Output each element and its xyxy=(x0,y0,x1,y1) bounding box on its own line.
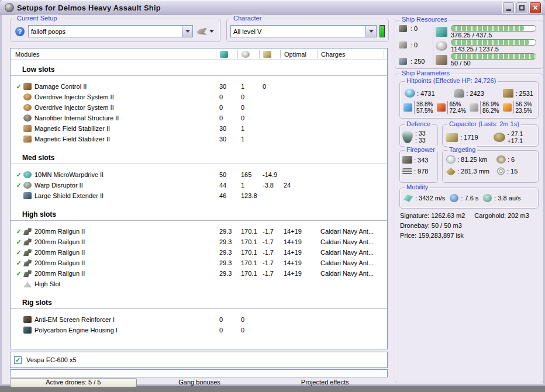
module-row[interactable]: Magnetic Field Stabilizer II301 xyxy=(11,123,387,134)
capacitor-amount-value: : 1719 xyxy=(460,134,478,141)
module-row[interactable]: Anti-EM Screen Reinforcer I00 xyxy=(11,314,387,325)
charge-value: Caldari Navy Ant... xyxy=(317,249,384,256)
module-row[interactable]: ✓200mm Railgun II29.3170.1-1.714+19Calda… xyxy=(11,247,387,258)
cpu-value: 0 xyxy=(216,316,237,323)
setup-select[interactable]: falloff poops xyxy=(28,25,193,37)
resist-stat: 65%72.4% xyxy=(437,101,470,114)
magstab-icon xyxy=(23,125,32,132)
resource-bar xyxy=(451,53,536,60)
resource-bar-row: 1143.25 / 1237.5 xyxy=(436,39,540,53)
tab-active-drones-5-5[interactable]: Active drones: 5 / 5 xyxy=(10,378,137,387)
empty-slot-icon xyxy=(23,280,32,287)
close-icon: × xyxy=(533,4,537,12)
resource-bar xyxy=(451,25,536,32)
module-row[interactable]: ✓200mm Railgun II29.3170.1-1.714+19Calda… xyxy=(11,226,387,237)
module-row[interactable]: ✓Damage Control II3010 xyxy=(11,81,387,92)
resource-bar-fill xyxy=(451,54,536,59)
max-targets-value: : 6 xyxy=(508,156,515,163)
module-row[interactable]: Overdrive Injector System II00 xyxy=(11,92,387,102)
minimize-button[interactable] xyxy=(502,2,515,14)
help-icon[interactable]: ? xyxy=(15,27,25,36)
powergrid-value: 0 xyxy=(237,327,259,334)
character-select[interactable]: All level V xyxy=(230,25,377,37)
cpu-value: 29.3 xyxy=(216,249,237,256)
module-name: 200mm Railgun II xyxy=(32,228,216,235)
resource-bar-block: 1143.25 / 1237.5 xyxy=(451,39,536,53)
maximize-button[interactable] xyxy=(516,2,528,14)
title-bar[interactable]: Setups for Deimos Heavy Assault Ship × xyxy=(0,0,545,15)
module-name: Overdrive Injector System II xyxy=(32,104,216,111)
speed-value: : 3432 m/s xyxy=(415,195,445,202)
fitted-check-icon: ✓ xyxy=(11,270,23,277)
signature-value: Signature: 1262.63 m2 xyxy=(400,212,465,219)
module-row[interactable]: Overdrive Injector System II00 xyxy=(11,102,387,113)
magstab-icon xyxy=(23,136,32,143)
module-row[interactable]: Polycarbon Engine Housing I00 xyxy=(11,325,387,335)
explosive-resist-icon xyxy=(503,103,512,112)
capacitor-column-header[interactable] xyxy=(259,50,280,58)
powergrid-value: 170.1 xyxy=(237,259,259,266)
scan-res-icon xyxy=(446,168,456,175)
module-row[interactable]: Magnetic Field Stabilizer II301 xyxy=(11,134,387,144)
optimal-value: 24 xyxy=(280,182,317,189)
dronebay-icon xyxy=(436,55,447,65)
powergrid-value: 0 xyxy=(237,104,259,111)
module-row[interactable]: ✓10MN MicroWarpdrive II50165-14.9 xyxy=(11,169,387,180)
charges-column-header[interactable]: Charges xyxy=(317,50,384,58)
resource-bar-text: 1143.25 / 1237.5 xyxy=(451,46,536,53)
module-row[interactable]: High Slot xyxy=(11,279,387,289)
checkbox-check-icon: ✓ xyxy=(15,357,20,363)
hardpoint-value: : 0 xyxy=(411,41,418,48)
polycarbon-rig-icon xyxy=(23,327,32,334)
powergrid-icon xyxy=(242,51,250,58)
setup-select-arrow-icon[interactable] xyxy=(182,26,192,37)
volley-value: : 978 xyxy=(414,168,428,175)
resist-stat: 38.8%57.5% xyxy=(403,101,437,114)
module-row[interactable]: ✓200mm Railgun II29.3170.1-1.714+19Calda… xyxy=(11,268,387,279)
cpu-value: 50 xyxy=(216,171,237,178)
module-name: 200mm Railgun II xyxy=(32,238,216,245)
defence-shield-icon xyxy=(402,130,413,143)
cpu-column-header[interactable] xyxy=(216,50,237,58)
module-name: Damage Control II xyxy=(32,83,216,90)
module-row[interactable]: ✓200mm Railgun II29.3170.1-1.714+19Calda… xyxy=(11,258,387,268)
cpu-value: 29.3 xyxy=(216,259,237,266)
section-gap xyxy=(11,289,387,297)
character-select-arrow-icon[interactable] xyxy=(365,26,376,37)
optimal-value: 14+19 xyxy=(280,259,317,266)
resist-values: 65%72.4% xyxy=(447,101,466,114)
powergrid-value: 1 xyxy=(237,83,259,90)
close-button[interactable]: × xyxy=(529,2,541,14)
railgun-icon xyxy=(23,270,32,277)
module-name: High Slot xyxy=(32,280,216,287)
module-row[interactable]: ✓200mm Railgun II29.3170.1-1.714+19Calda… xyxy=(11,237,387,247)
module-name: Polycarbon Engine Housing I xyxy=(32,327,216,334)
optimal-column-header[interactable]: Optimal xyxy=(280,50,317,58)
ship-menu-button[interactable] xyxy=(196,28,214,35)
drone-checkbox[interactable]: ✓ xyxy=(14,356,22,364)
powergrid-value: 1 xyxy=(237,136,259,143)
cpu-value: 30 xyxy=(216,83,237,90)
module-name: Large Shield Extender II xyxy=(32,192,216,199)
ship-resources-label: Ship Resources xyxy=(400,16,449,23)
module-row[interactable]: ✓Warp Disruptor II441-3.824 xyxy=(11,180,387,190)
resist-stat: 86.9%86.2% xyxy=(470,101,503,114)
module-row[interactable]: Nanofiber Internal Structure II00 xyxy=(11,113,387,123)
align-time-icon xyxy=(450,194,458,202)
module-row[interactable]: Large Shield Extender II46123.8 xyxy=(11,190,387,201)
targeting-label: Targeting xyxy=(447,146,477,154)
fitted-check-icon: ✓ xyxy=(11,259,23,267)
firepower-group: Firepower : 343 : 978 xyxy=(399,150,438,183)
capacitor-amount-icon xyxy=(446,133,458,142)
tab-projected-effects[interactable]: Projected effects xyxy=(262,378,388,387)
powergrid-value: 0 xyxy=(237,115,259,122)
resource-bar-fill xyxy=(451,40,529,45)
tab-gang-bonuses[interactable]: Gang bonuses xyxy=(137,378,263,387)
powergrid-column-header[interactable] xyxy=(237,50,259,58)
powergrid-value: 170.1 xyxy=(237,238,259,245)
cpu-value: 0 xyxy=(216,104,237,111)
module-name: Magnetic Field Stabilizer II xyxy=(32,125,216,132)
cpu-icon xyxy=(436,27,447,37)
charge-value: Caldari Navy Ant... xyxy=(317,270,384,277)
modules-header[interactable]: Modules Optimal Charges xyxy=(11,48,387,60)
